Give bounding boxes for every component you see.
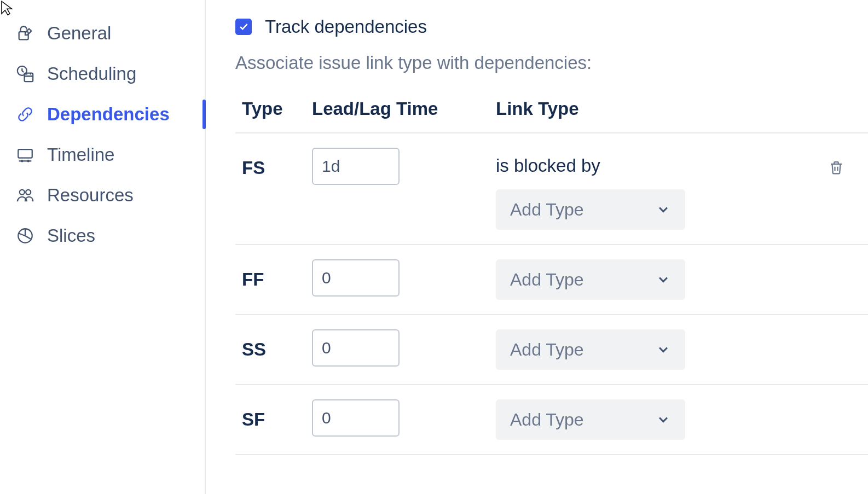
svg-point-6 [20, 190, 25, 195]
add-type-placeholder: Add Type [510, 340, 584, 360]
dependencies-panel: Track dependencies Associate issue link … [206, 0, 868, 494]
sidebar-item-general[interactable]: General [0, 13, 205, 54]
sidebar-item-label: Scheduling [47, 63, 136, 84]
sidebar-item-timeline[interactable]: Timeline [0, 135, 205, 175]
sidebar-item-label: Dependencies [47, 104, 170, 125]
sidebar-item-label: General [47, 23, 111, 44]
sidebar-item-resources[interactable]: Resources [0, 175, 205, 216]
sidebar-item-dependencies[interactable]: Dependencies [0, 94, 205, 135]
column-header-type: Type [242, 98, 312, 119]
clock-calendar-icon [15, 64, 35, 84]
table-row: FF Add Type [235, 245, 868, 315]
add-type-select[interactable]: Add Type [496, 329, 685, 370]
link-icon [15, 104, 35, 124]
pie-icon [15, 226, 35, 246]
delete-linktype-button[interactable] [826, 158, 846, 177]
table-header: Type Lead/Lag Time Link Type [235, 98, 868, 133]
chevron-down-icon [656, 412, 671, 427]
sidebar-item-scheduling[interactable]: Scheduling [0, 54, 205, 94]
chevron-down-icon [656, 202, 671, 217]
dependencies-table: Type Lead/Lag Time Link Type FS is block… [235, 98, 868, 455]
column-header-leadlag: Lead/Lag Time [312, 98, 496, 119]
table-row: SS Add Type [235, 315, 868, 385]
dependency-type-label: SF [242, 399, 312, 430]
add-type-select[interactable]: Add Type [496, 259, 685, 300]
sidebar-item-slices[interactable]: Slices [0, 216, 205, 256]
add-type-placeholder: Add Type [510, 200, 584, 220]
leadlag-input[interactable] [312, 329, 400, 367]
sidebar-item-label: Slices [47, 225, 95, 246]
chevron-down-icon [656, 342, 671, 357]
chevron-down-icon [656, 272, 671, 287]
track-dependencies-row: Track dependencies [235, 16, 868, 37]
dependency-type-label: SS [242, 329, 312, 360]
dependency-type-label: FF [242, 259, 312, 290]
add-type-placeholder: Add Type [510, 270, 584, 290]
table-row: SF Add Type [235, 385, 868, 455]
dependencies-subtitle: Associate issue link type with dependenc… [235, 53, 868, 73]
sidebar-item-label: Resources [47, 185, 134, 206]
svg-rect-0 [19, 32, 28, 39]
column-header-linktype: Link Type [496, 98, 826, 119]
add-type-select[interactable]: Add Type [496, 189, 685, 230]
timeline-icon [15, 145, 35, 165]
leadlag-input[interactable] [312, 399, 400, 437]
dependency-type-label: FS [242, 148, 312, 178]
lock-pencil-icon [15, 24, 35, 43]
svg-point-7 [26, 190, 31, 195]
table-row: FS is blocked by Add Type [235, 133, 868, 245]
sidebar-item-label: Timeline [47, 144, 114, 165]
leadlag-input[interactable] [312, 148, 400, 185]
add-type-placeholder: Add Type [510, 410, 584, 430]
settings-sidebar: General Scheduling Dependencies Timeline… [0, 0, 206, 494]
svg-rect-3 [18, 149, 32, 158]
leadlag-input[interactable] [312, 259, 400, 297]
people-icon [15, 185, 35, 205]
track-dependencies-checkbox[interactable] [235, 19, 252, 35]
track-dependencies-label: Track dependencies [265, 16, 427, 37]
add-type-select[interactable]: Add Type [496, 399, 685, 440]
linktype-value: is blocked by [496, 148, 600, 182]
